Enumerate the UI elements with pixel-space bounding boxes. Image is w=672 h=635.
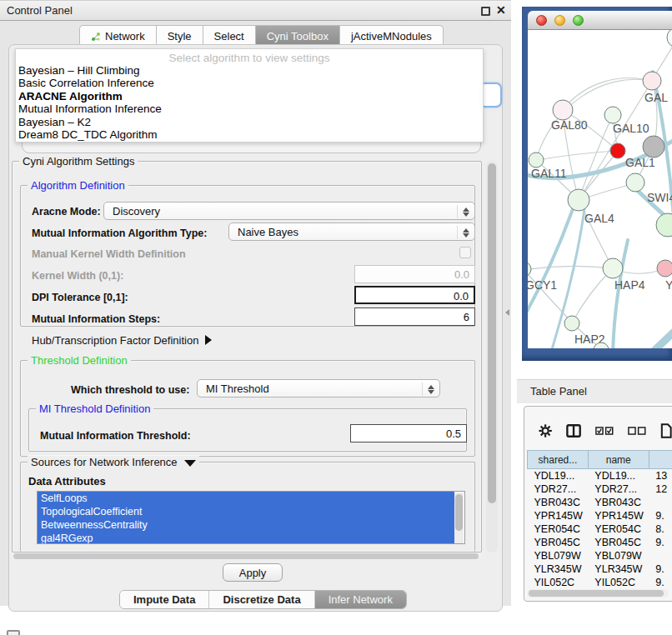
table-cell: 12 bbox=[649, 482, 672, 496]
network-node[interactable] bbox=[643, 136, 664, 158]
table-row[interactable]: YBL079WYBL079W bbox=[528, 549, 672, 562]
table-row[interactable]: YBR045CYBR045C9. bbox=[528, 536, 672, 549]
file-icon[interactable] bbox=[660, 422, 672, 439]
data-attributes-list[interactable]: SelfLoopsTopologicalCoefficientBetweenne… bbox=[37, 491, 465, 544]
minimize-traffic-light-icon[interactable] bbox=[554, 15, 565, 26]
column-header[interactable]: name bbox=[588, 451, 649, 469]
attribute-item-selected[interactable]: SelfLoops bbox=[38, 492, 454, 505]
which-threshold-combo[interactable]: MI Threshold bbox=[197, 379, 440, 398]
node-label: GAL bbox=[644, 91, 668, 104]
control-panel-tabs: NetworkStyleSelectCyni ToolboxjActiveMNo… bbox=[79, 25, 444, 44]
table-cell: YBR043C bbox=[528, 496, 589, 509]
sources-group-title[interactable]: Sources for Network Inference bbox=[28, 456, 199, 468]
column-view-icon[interactable] bbox=[566, 423, 581, 438]
network-node[interactable] bbox=[667, 30, 672, 48]
checked-boxes-icon[interactable] bbox=[595, 426, 614, 436]
tab-impute-data[interactable]: Impute Data bbox=[120, 591, 208, 608]
table-cell: YPR145W bbox=[588, 509, 649, 522]
close-traffic-light-icon[interactable] bbox=[536, 15, 547, 26]
tab-cyni-toolbox[interactable]: Cyni Toolbox bbox=[256, 25, 340, 44]
close-icon[interactable]: ✕ bbox=[496, 3, 506, 17]
table-horizontal-scrollbar[interactable] bbox=[527, 589, 669, 598]
table-cell: YBR045C bbox=[528, 536, 589, 549]
settings-vertical-scrollbar[interactable] bbox=[486, 161, 498, 552]
table-toolbar bbox=[529, 414, 672, 448]
network-node-gcy1[interactable] bbox=[528, 262, 531, 277]
algorithm-option[interactable]: Mutual Information Inference bbox=[16, 102, 483, 115]
kernel-width-input[interactable]: 0.0 bbox=[354, 265, 475, 283]
table-panel-title: Table Panel bbox=[530, 385, 587, 398]
tab-label: Style bbox=[168, 30, 192, 42]
aracne-mode-value: Discovery bbox=[113, 205, 160, 218]
node-label: GAL4 bbox=[584, 212, 614, 225]
manual-kernel-checkbox[interactable] bbox=[459, 247, 471, 258]
attribute-list-scrollbar[interactable] bbox=[454, 492, 464, 544]
network-node-gal80[interactable] bbox=[553, 100, 573, 120]
algorithm-option[interactable]: Basic Correlation Inference bbox=[16, 77, 483, 89]
tab-label: Cyni Toolbox bbox=[267, 30, 328, 42]
table-row[interactable]: YER054CYER054C8. bbox=[528, 522, 672, 536]
tab-label: Network bbox=[105, 30, 145, 42]
table-row[interactable]: YBR043CYBR043C bbox=[528, 496, 672, 509]
node-label: GAL1 bbox=[625, 156, 655, 169]
panel-splitter-handle[interactable] bbox=[505, 309, 509, 316]
scrollbar-thumb[interactable] bbox=[529, 590, 664, 597]
column-header[interactable]: shared... bbox=[528, 451, 589, 469]
mi-threshold-input[interactable]: 0.5 bbox=[350, 424, 467, 442]
network-node-gal11[interactable] bbox=[529, 152, 544, 168]
dpi-tolerance-input[interactable]: 0.0 bbox=[354, 286, 475, 304]
network-node-gal1[interactable] bbox=[626, 173, 644, 192]
table-row[interactable]: YPR145WYPR145W9. bbox=[528, 509, 672, 522]
table-row[interactable]: YDL19...YDL19...13 bbox=[528, 469, 672, 482]
scrollbar-thumb[interactable] bbox=[488, 163, 496, 503]
algorithm-option[interactable]: ARACNE Algorithm bbox=[16, 90, 483, 102]
cyni-bottom-tabs: Impute DataDiscretize DataInfer Network bbox=[119, 590, 407, 609]
gear-icon[interactable] bbox=[539, 423, 552, 438]
aracne-mode-combo[interactable]: Discovery bbox=[103, 202, 475, 220]
table-cell: YIL052C bbox=[528, 576, 589, 589]
tab-discretize-data[interactable]: Discretize Data bbox=[208, 591, 313, 608]
zoom-traffic-light-icon[interactable] bbox=[573, 15, 584, 26]
algorithm-option[interactable]: Bayesian – Hill Climbing bbox=[16, 64, 483, 77]
column-header[interactable] bbox=[649, 451, 672, 469]
float-window-icon[interactable] bbox=[481, 7, 490, 16]
tab-select[interactable]: Select bbox=[203, 25, 256, 44]
mi-steps-input[interactable]: 6 bbox=[354, 308, 475, 326]
attribute-item-selected[interactable]: BetweennessCentrality bbox=[38, 518, 454, 532]
algorithm-option[interactable]: Dream8 DC_TDC Algorithm bbox=[16, 128, 483, 141]
node-label: HAP4 bbox=[614, 278, 645, 292]
table-row[interactable]: YLR345WYLR345W9. bbox=[528, 562, 672, 576]
tab-style[interactable]: Style bbox=[157, 25, 203, 44]
scrollbar-thumb[interactable] bbox=[13, 553, 479, 559]
network-node[interactable] bbox=[656, 213, 672, 237]
tab-network[interactable]: Network bbox=[79, 25, 157, 44]
table-cell: YDR27... bbox=[588, 482, 649, 496]
screen: Control Panel ✕ NetworkStyleSelectCyni T… bbox=[0, 0, 672, 635]
network-node-hap4[interactable] bbox=[603, 258, 623, 278]
attribute-item-selected[interactable]: TopologicalCoefficient bbox=[38, 505, 454, 518]
aracne-mode-label: Aracne Mode: bbox=[32, 206, 101, 218]
tab-jactivemnodules[interactable]: jActiveMNodules bbox=[340, 25, 444, 44]
control-panel-titlebar: Control Panel ✕ bbox=[0, 1, 511, 21]
network-node-y[interactable] bbox=[657, 260, 672, 277]
unchecked-boxes-icon[interactable] bbox=[628, 426, 646, 436]
algorithm-option[interactable]: Bayesian – K2 bbox=[16, 116, 483, 128]
attribute-item-selected[interactable]: gal4RGexp bbox=[38, 532, 454, 544]
network-node-gal4[interactable] bbox=[568, 189, 589, 211]
network-node-gal10[interactable] bbox=[604, 107, 621, 123]
table-cell: YBL079W bbox=[528, 549, 589, 562]
hub-definition-toggle[interactable]: Hub/Transcription Factor Definition bbox=[32, 334, 212, 347]
node-table[interactable]: shared...name YDL19...YDL19...13YDR27...… bbox=[527, 450, 672, 589]
network-node-hap2[interactable] bbox=[564, 316, 579, 331]
apply-button[interactable]: Apply bbox=[223, 563, 283, 582]
table-row[interactable]: YDR27...YDR27...12 bbox=[528, 482, 672, 496]
tab-infer-network[interactable]: Infer Network bbox=[314, 591, 406, 608]
mi-type-combo[interactable]: Naive Bayes bbox=[228, 222, 475, 241]
table-row[interactable]: YIL052CYIL052C9. bbox=[528, 576, 672, 589]
settings-horizontal-scrollbar[interactable] bbox=[12, 552, 482, 560]
network-canvas[interactable]: GALGAL80GAL10GAL1GAL11SWI4GAL4GCY1HAP4YH… bbox=[528, 30, 672, 348]
network-node-gal[interactable] bbox=[643, 72, 661, 90]
network-node[interactable] bbox=[610, 143, 625, 158]
table-cell: 9. bbox=[649, 536, 672, 549]
dock-panel-icon[interactable] bbox=[7, 630, 20, 635]
